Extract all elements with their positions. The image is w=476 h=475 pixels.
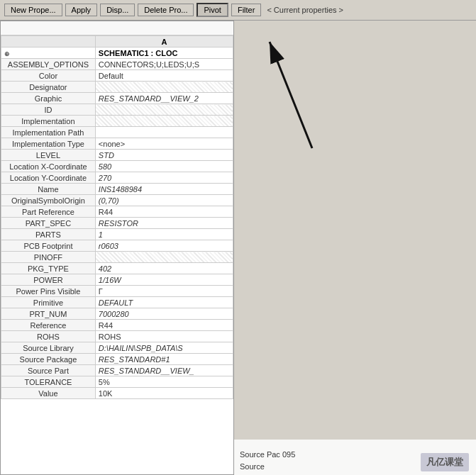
table-row: Power Pins VisibleΓ: [1, 286, 233, 297]
new-prop-button[interactable]: New Prope...: [4, 4, 62, 16]
prop-value-cell: 1/16W: [95, 274, 233, 286]
prop-name-cell: LEVEL: [1, 150, 96, 161]
col-a-header: A: [95, 36, 233, 48]
prop-name-cell: Designator: [1, 82, 96, 93]
table-row: Location X-Coordinate580: [1, 161, 233, 172]
main-container: New Prope...ApplyDisp...Delete Pro...Piv…: [0, 0, 476, 475]
table-row: Value10K: [1, 388, 233, 399]
table-row: POWER1/16W: [1, 274, 233, 286]
expand-icon: ⊕: [4, 50, 10, 57]
prop-value-cell: [95, 116, 233, 127]
prop-value-cell: 5%: [95, 376, 233, 388]
prop-value-cell: 580: [95, 161, 233, 172]
prop-name-cell: POWER: [1, 274, 96, 286]
prop-name-cell: Implementation Type: [1, 138, 96, 150]
prop-name-cell: Value: [1, 388, 96, 399]
filter-button[interactable]: Filter: [231, 4, 261, 16]
table-row: ROHSROHS: [1, 331, 233, 342]
table-row: LEVELSTD: [1, 150, 233, 161]
apply-button[interactable]: Apply: [65, 4, 98, 16]
disp-button[interactable]: Disp...: [100, 4, 135, 16]
prop-value-cell: Default: [95, 70, 233, 82]
schematic-header-row: ⊕ SCHEMATIC1 : CLOC: [1, 48, 233, 59]
pivot-button[interactable]: Pivot: [197, 3, 228, 17]
prop-name-cell: OriginalSymbolOrigin: [1, 195, 96, 206]
prop-name-cell: TOLERANCE: [1, 376, 96, 388]
col-header-row: A: [1, 36, 233, 48]
prop-name-cell: PINOFF: [1, 252, 96, 263]
table-row: Implementation: [1, 116, 233, 127]
prop-name-cell: Location X-Coordinate: [1, 161, 96, 172]
content-area: A ⊕ SCHEMATIC1 : CLOC ASSEMBLY_OPTIONSCO…: [0, 21, 476, 475]
prop-value-cell: 402: [95, 263, 233, 274]
prop-value-cell: r0603: [95, 240, 233, 252]
schematic-label: SCHEMATIC1 : CLOC: [95, 48, 233, 59]
table-row: PART_SPECRESISTOR: [1, 218, 233, 229]
arrow-graphic: [248, 28, 333, 155]
prop-name-cell: PCB Footprint: [1, 240, 96, 252]
prop-name-cell: Graphic: [1, 93, 96, 104]
prop-name-cell: Implementation Path: [1, 127, 96, 138]
search-row[interactable]: [1, 21, 233, 35]
table-row: Source PartRES_STANDARD__VIEW_: [1, 365, 233, 376]
delete-pro-button[interactable]: Delete Pro...: [138, 4, 194, 16]
table-row: NameINS1488984: [1, 184, 233, 195]
prop-name-cell: Color: [1, 70, 96, 82]
prop-name-cell: PKG_TYPE: [1, 263, 96, 274]
prop-value-cell: 270: [95, 172, 233, 184]
search-input[interactable]: [1, 21, 233, 35]
table-row: PARTS1: [1, 229, 233, 240]
table-row: ReferenceR44: [1, 320, 233, 331]
table-row: OriginalSymbolOrigin(0,70): [1, 195, 233, 206]
prop-name-cell: Source Part: [1, 365, 96, 376]
table-row: PRT_NUM7000280: [1, 308, 233, 320]
table-row: Implementation Type<none>: [1, 138, 233, 150]
prop-value-cell: INS1488984: [95, 184, 233, 195]
prop-name-cell: PRT_NUM: [1, 308, 96, 320]
prop-name-cell: Part Reference: [1, 206, 96, 218]
prop-name-cell: Source Library: [1, 342, 96, 354]
bottom-line1: Source Pac 095: [240, 449, 295, 461]
table-row: Source PackageRES_STANDARD#1: [1, 354, 233, 365]
prop-name-cell: ROHS: [1, 331, 96, 342]
prop-name-cell: Reference: [1, 320, 96, 331]
table-row: ID: [1, 104, 233, 116]
prop-value-cell: [95, 82, 233, 93]
prop-value-cell: RES_STANDARD__VIEW_: [95, 365, 233, 376]
prop-value-cell: RES_STANDARD__VIEW_2: [95, 93, 233, 104]
prop-value-cell: CONNECTORS;U;LEDS;U;S: [95, 59, 233, 70]
prop-name-cell: PART_SPEC: [1, 218, 96, 229]
prop-value-cell: Γ: [95, 286, 233, 297]
table-row: Designator: [1, 82, 233, 93]
table-row: PCB Footprintr0603: [1, 240, 233, 252]
prop-name-cell: Power Pins Visible: [1, 286, 96, 297]
right-panel: Source Pac 095 Source 凡亿课堂: [234, 21, 476, 475]
prop-value-cell: DEFAULT: [95, 297, 233, 308]
prop-name-cell: Implementation: [1, 116, 96, 127]
table-row: Location Y-Coordinate270: [1, 172, 233, 184]
prop-value-cell: <none>: [95, 138, 233, 150]
prop-value-cell: ROHS: [95, 331, 233, 342]
prop-value-cell: 1: [95, 229, 233, 240]
prop-value-cell: RES_STANDARD#1: [95, 354, 233, 365]
prop-table: A ⊕ SCHEMATIC1 : CLOC ASSEMBLY_OPTIONSCO…: [1, 35, 233, 399]
table-row: PKG_TYPE402: [1, 263, 233, 274]
schematic-empty: ⊕: [1, 48, 96, 59]
prop-name-cell: ASSEMBLY_OPTIONS: [1, 59, 96, 70]
table-row: PrimitiveDEFAULT: [1, 297, 233, 308]
bottom-line2: Source: [240, 461, 295, 473]
prop-value-cell: R44: [95, 320, 233, 331]
prop-name-cell: Name: [1, 184, 96, 195]
prop-value-cell: 7000280: [95, 308, 233, 320]
toolbar: New Prope...ApplyDisp...Delete Pro...Piv…: [0, 0, 476, 21]
table-row: Part ReferenceR44: [1, 206, 233, 218]
prop-value-cell: R44: [95, 206, 233, 218]
table-row: PINOFF: [1, 252, 233, 263]
logo-badge: 凡亿课堂: [421, 453, 469, 471]
table-row: TOLERANCE5%: [1, 376, 233, 388]
table-row: ColorDefault: [1, 70, 233, 82]
prop-value-cell: 10K: [95, 388, 233, 399]
bottom-text: Source Pac 095 Source: [240, 449, 295, 472]
current-props-label: < Current properties >: [267, 6, 343, 14]
prop-value-cell: [95, 252, 233, 263]
